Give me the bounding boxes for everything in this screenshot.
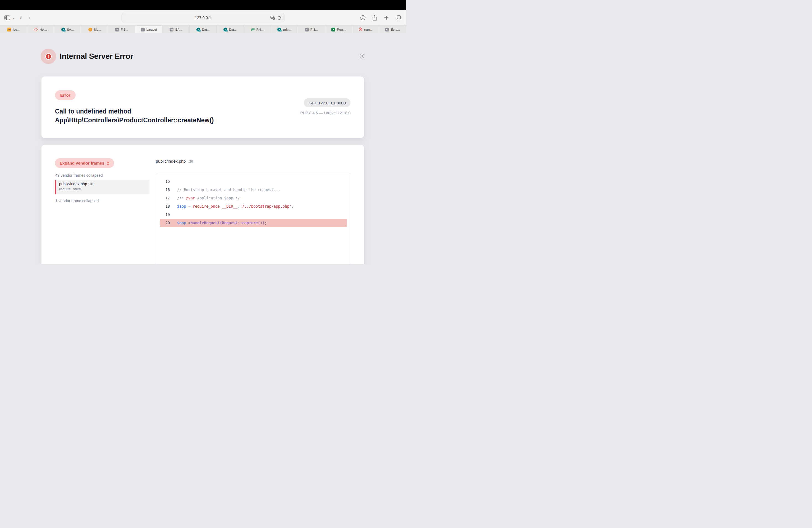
reload-icon[interactable] bbox=[277, 16, 281, 20]
browser-tab[interactable]: SF-3... bbox=[108, 26, 135, 33]
tab-label: PH... bbox=[256, 28, 263, 31]
letter-favicon: S bbox=[115, 28, 119, 31]
browser-tab[interactable]: XReq... bbox=[325, 26, 352, 33]
browser-tab[interactable]: ดอก... bbox=[352, 26, 379, 33]
theme-toggle-sun-icon[interactable] bbox=[359, 53, 365, 59]
tab-label: F-3... bbox=[121, 28, 128, 31]
browser-tab[interactable]: Sหนัง... bbox=[271, 26, 298, 33]
error-type-badge: Error bbox=[55, 90, 76, 100]
browser-tab[interactable]: SDat... bbox=[217, 26, 244, 33]
code-source bbox=[170, 210, 177, 219]
error-alert-icon: ! bbox=[41, 48, 56, 64]
code-line: 16// Bootstrap Laravel and handle the re… bbox=[156, 186, 351, 194]
error-page: ! Internal Server Error Error Call to un… bbox=[0, 33, 406, 264]
tab-label: loc... bbox=[13, 28, 19, 31]
browser-toolbar: ⌄ ‹ › 127.0.0.1 A x bbox=[0, 10, 406, 25]
line-number: 19 bbox=[156, 210, 170, 219]
code-line-highlighted: 20$app->handleRequest(Request::capture()… bbox=[160, 219, 347, 227]
sharepoint-favicon: S bbox=[61, 28, 65, 31]
pma-favicon: PMA bbox=[7, 28, 11, 31]
page-title: Internal Server Error bbox=[60, 52, 133, 61]
browser-tab[interactable]: SF-3... bbox=[298, 26, 325, 33]
browser-tab[interactable]: Hel... bbox=[27, 26, 54, 33]
tab-label: Laravel bbox=[146, 28, 157, 31]
sharepoint-favicon: S bbox=[223, 28, 227, 31]
tab-label: F-3... bbox=[310, 28, 318, 31]
sharepoint-favicon: S bbox=[277, 28, 281, 31]
line-number: 17 bbox=[156, 194, 170, 202]
code-snippet-panel[interactable]: 1516// Bootstrap Laravel and handle the … bbox=[156, 173, 351, 264]
letter-favicon: G bbox=[385, 28, 389, 31]
expand-vendor-frames-button[interactable]: Expand vendor frames bbox=[55, 158, 114, 168]
svg-text:A: A bbox=[272, 16, 273, 18]
request-badge: GET 127.0.0.1:8000 bbox=[304, 98, 350, 107]
tab-label: ดอก... bbox=[364, 27, 373, 32]
tab-label: Req... bbox=[337, 28, 346, 31]
vendor-frames-collapsed-top: 49 vendor frames collapsed bbox=[55, 173, 103, 178]
tab-label: Hel... bbox=[40, 28, 47, 31]
frame-file: public/index.php:20 bbox=[59, 182, 149, 186]
laravel-favicon bbox=[34, 28, 38, 31]
tab-label: บึงเว... bbox=[391, 27, 400, 32]
chevrons-favicon bbox=[359, 28, 362, 31]
expand-chevrons-icon bbox=[106, 161, 110, 165]
excel-favicon: X bbox=[331, 28, 335, 31]
code-line: 19 bbox=[156, 210, 351, 219]
code-source: // Bootstrap Laravel and handle the requ… bbox=[170, 186, 280, 194]
code-source bbox=[170, 177, 177, 186]
forward-button[interactable]: › bbox=[27, 14, 31, 21]
code-line: 15 bbox=[156, 177, 351, 186]
sharepoint-favicon: S bbox=[197, 28, 200, 31]
globe-favicon bbox=[88, 28, 92, 31]
line-number: 20 bbox=[160, 219, 170, 227]
code-line: 18$app = require_once __DIR__.'/../boots… bbox=[156, 202, 351, 210]
address-bar[interactable]: 127.0.0.1 A x bbox=[121, 13, 285, 23]
line-number: 15 bbox=[156, 177, 170, 186]
share-icon[interactable] bbox=[372, 15, 377, 21]
w3-favicon: W³ bbox=[251, 28, 255, 31]
letter-favicon: M bbox=[170, 28, 173, 31]
browser-tab[interactable]: 1Laravel bbox=[135, 26, 162, 33]
error-message: Call to undefined method App\Http\Contro… bbox=[55, 107, 214, 124]
translate-icon[interactable]: A x bbox=[271, 16, 275, 20]
code-source: $app = require_once __DIR__.'/../bootstr… bbox=[170, 202, 294, 210]
tab-label: SA... bbox=[175, 28, 182, 31]
browser-tab[interactable]: SDat... bbox=[189, 26, 216, 33]
sidebar-toggle-icon[interactable] bbox=[4, 15, 10, 20]
error-summary-card: Error Call to undefined method App\Http\… bbox=[41, 76, 364, 138]
vendor-frames-collapsed-bottom: 1 vendor frame collapsed bbox=[55, 199, 99, 203]
tab-label: หนัง... bbox=[283, 27, 291, 32]
stack-frame-item[interactable]: public/index.php:20 require_once bbox=[55, 180, 149, 194]
line-number: 16 bbox=[156, 186, 170, 194]
browser-tab[interactable]: PMAloc... bbox=[0, 26, 27, 33]
code-source: $app->handleRequest(Request::capture()); bbox=[170, 219, 267, 227]
frame-method: require_once bbox=[59, 187, 149, 191]
stack-trace-card: Expand vendor frames 49 vendor frames co… bbox=[41, 145, 364, 264]
downloads-icon[interactable] bbox=[360, 15, 366, 20]
code-source: /** @var Application $app */ bbox=[170, 194, 240, 202]
letter-favicon: S bbox=[305, 28, 309, 31]
browser-tab[interactable]: SSA... bbox=[54, 26, 81, 33]
code-panel-header: public/index.php:20 bbox=[156, 159, 193, 164]
letter-favicon: 1 bbox=[141, 28, 145, 31]
browser-tab[interactable]: MSA... bbox=[162, 26, 189, 33]
tab-overview-icon[interactable] bbox=[395, 15, 401, 20]
code-line: 17/** @var Application $app */ bbox=[156, 194, 351, 202]
browser-tab[interactable]: Sig... bbox=[81, 26, 108, 33]
tab-label: SA... bbox=[67, 28, 74, 31]
browser-tab[interactable]: W³PH... bbox=[244, 26, 271, 33]
tab-label: Dat... bbox=[229, 28, 236, 31]
environment-versions: PHP 8.4.6 — Laravel 12.18.0 bbox=[300, 111, 350, 115]
back-button[interactable]: ‹ bbox=[19, 14, 23, 21]
browser-tab[interactable]: Gบึงเว... bbox=[379, 26, 406, 33]
url-text: 127.0.0.1 bbox=[195, 15, 211, 20]
new-tab-icon[interactable] bbox=[384, 15, 389, 20]
tab-bar: PMAloc...Hel...SSA...Sig...SF-3...1Larav… bbox=[0, 25, 406, 33]
macos-menubar bbox=[0, 0, 406, 10]
tab-label: Sig... bbox=[94, 28, 101, 31]
tab-label: Dat... bbox=[202, 28, 209, 31]
sidebar-chevron-icon[interactable]: ⌄ bbox=[12, 16, 15, 19]
line-number: 18 bbox=[156, 202, 170, 210]
